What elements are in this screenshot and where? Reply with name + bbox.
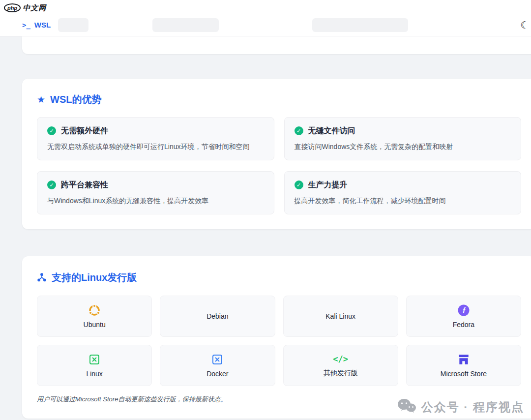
distros-card: 支持的Linux发行版 Ubuntu Debian (22, 256, 531, 419)
advantage-title: 无需额外硬件 (61, 126, 108, 136)
nav-skeleton-placeholder (312, 18, 408, 32)
page-content: ★ WSL的优势 ✓ 无需额外硬件 无需双启动系统或单独的硬件即可运行Linux… (0, 36, 531, 419)
distro-card-ubuntu[interactable]: Ubuntu (37, 296, 152, 337)
docker-icon (211, 353, 223, 366)
distros-title: 支持的Linux发行版 (52, 271, 137, 283)
advantages-grid: ✓ 无需额外硬件 无需双启动系统或单独的硬件即可运行Linux环境，节省时间和空… (37, 117, 521, 214)
distro-label: Docker (206, 370, 228, 378)
advantage-card-productivity: ✓ 生产力提升 提高开发效率，简化工作流程，减少环境配置时间 (284, 171, 522, 214)
logo-php-badge: php (4, 3, 21, 12)
check-circle-icon: ✓ (295, 126, 303, 135)
dark-mode-moon-icon[interactable]: ☾ (520, 20, 529, 30)
distro-card-linux[interactable]: Linux (37, 345, 152, 386)
distro-label: Fedora (453, 321, 474, 329)
linux-icon (88, 353, 100, 366)
advantage-title: 无缝文件访问 (308, 126, 355, 136)
distro-label: Microsoft Store (441, 370, 487, 378)
distro-card-kali-linux[interactable]: Kali Linux (283, 296, 398, 337)
advantage-title-row: ✓ 无需额外硬件 (47, 126, 264, 136)
star-icon: ★ (37, 95, 45, 104)
nav-skeleton-placeholder (152, 18, 219, 32)
distro-label: Ubuntu (84, 321, 106, 329)
check-circle-icon: ✓ (295, 180, 303, 189)
distro-label: Linux (86, 370, 102, 378)
distro-card-other[interactable]: </> 其他发行版 (283, 345, 398, 386)
distro-grid: Ubuntu Debian Kali Linux f Fedora (37, 296, 521, 386)
advantage-title: 跨平台兼容性 (61, 180, 108, 190)
nav-title-label: WSL (34, 21, 51, 29)
terminal-icon: >_ (22, 21, 30, 29)
distro-card-docker[interactable]: Docker (160, 345, 275, 386)
distro-label: Debian (206, 312, 228, 320)
advantage-desc: 提高开发效率，简化工作流程，减少环境配置时间 (295, 196, 511, 206)
check-circle-icon: ✓ (47, 180, 56, 189)
logo-site-name: 中文网 (23, 3, 46, 13)
update-note: 用户可以通过Microsoft Store自动更新这些发行版，保持最新状态。 (37, 395, 521, 404)
advantage-card-no-extra-hardware: ✓ 无需额外硬件 无需双启动系统或单独的硬件即可运行Linux环境，节省时间和空… (37, 117, 274, 160)
share-nodes-icon (37, 271, 47, 284)
code-icon: </> (333, 353, 348, 365)
advantage-title-row: ✓ 无缝文件访问 (295, 126, 511, 136)
distro-card-fedora[interactable]: f Fedora (406, 296, 521, 337)
advantage-desc: 直接访问Windows文件系统，无需复杂的配置和映射 (295, 142, 511, 151)
microsoft-store-icon (457, 353, 470, 366)
check-circle-icon: ✓ (47, 126, 56, 135)
advantage-title-row: ✓ 生产力提升 (295, 180, 511, 190)
advantages-heading: ★ WSL的优势 (37, 93, 521, 105)
distro-card-microsoft-store[interactable]: Microsoft Store (406, 345, 521, 386)
advantage-desc: 与Windows和Linux系统的无缝兼容性，提高开发效率 (47, 196, 264, 206)
advantage-card-cross-platform: ✓ 跨平台兼容性 与Windows和Linux系统的无缝兼容性，提高开发效率 (37, 171, 274, 214)
partial-card-bottom (22, 36, 531, 54)
advantage-title: 生产力提升 (308, 180, 348, 190)
advantage-title-row: ✓ 跨平台兼容性 (47, 180, 264, 190)
main-nav: >_ WSL ☾ (0, 14, 531, 36)
nav-skeleton-placeholder (58, 18, 88, 32)
nav-item-wsl[interactable]: >_ WSL (22, 21, 51, 29)
advantages-card: ★ WSL的优势 ✓ 无需额外硬件 无需双启动系统或单独的硬件即可运行Linux… (22, 79, 531, 229)
site-logo[interactable]: php 中文网 (0, 0, 531, 14)
advantage-desc: 无需双启动系统或单独的硬件即可运行Linux环境，节省时间和空间 (47, 142, 264, 151)
distro-label: Kali Linux (325, 312, 355, 320)
fedora-icon: f (457, 304, 470, 317)
ubuntu-icon (88, 304, 101, 317)
distros-heading: 支持的Linux发行版 (37, 271, 521, 284)
site-header: php 中文网 >_ WSL ☾ (0, 0, 531, 36)
distro-card-debian[interactable]: Debian (160, 296, 275, 337)
distro-label: 其他发行版 (324, 369, 358, 378)
advantage-card-seamless-file-access: ✓ 无缝文件访问 直接访问Windows文件系统，无需复杂的配置和映射 (284, 117, 522, 160)
advantages-title: WSL的优势 (50, 93, 101, 105)
